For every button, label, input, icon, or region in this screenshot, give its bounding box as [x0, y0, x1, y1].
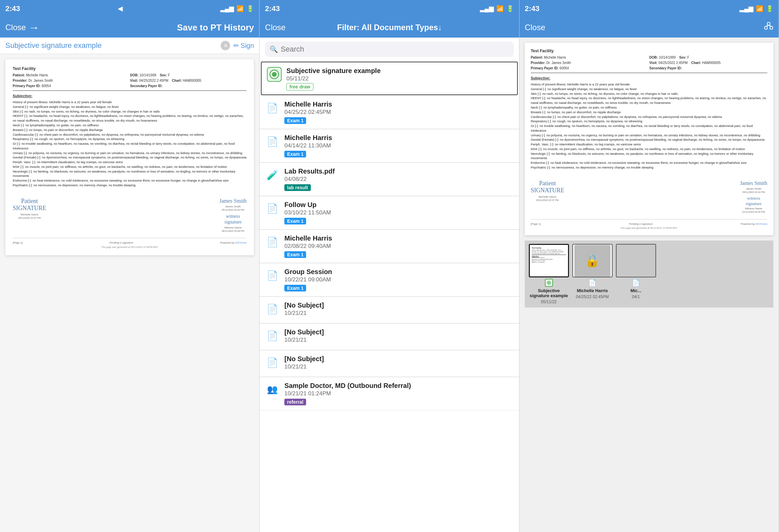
item-date-8: 10/21/21 — [284, 310, 514, 316]
search-input[interactable] — [281, 45, 509, 54]
item-body-3: Michelle Harris 04/14/22 11:30AM Exam 1 — [284, 134, 514, 158]
list-item[interactable]: 📄 Michelle Harris 04/25/22 02:45PM Exam … — [259, 96, 519, 129]
item-date-2: 04/25/22 02:45PM — [284, 109, 514, 116]
status-bar-panel2: 2:43 ▂▄▆ 📶 🔋 — [259, 0, 519, 17]
thumbnail-item-2[interactable]: 🔒 📄 Michelle Harris 04/25/22 02:45PM — [573, 244, 612, 299]
item-body-2: Michelle Harris 04/25/22 02:45PM Exam 1 — [284, 101, 514, 124]
list-item[interactable]: 👥 Sample Doctor, MD (Outbound Referral) … — [259, 377, 519, 410]
filter-label: Filter: All Document Types — [337, 23, 438, 32]
svg-rect-2 — [767, 22, 770, 25]
sign-button[interactable]: ✏ Sign — [233, 42, 254, 50]
exam-badge-6: Exam 1 — [284, 251, 306, 258]
doc-title-bar: Subjective signature example ✕ ✏ Sign — [0, 38, 259, 54]
witness-sig-text: witnesssignature — [219, 214, 246, 225]
witness-sig-name: Witness Name — [219, 226, 246, 230]
item-title-3: Michelle Harris — [284, 134, 514, 142]
item-date-7: 10/22/21 09:00AM — [284, 276, 514, 283]
secondary-payer-label: Secondary Payer ID: — [130, 84, 163, 88]
referral-badge: referral — [284, 399, 306, 405]
panel-document-view: 2:43 ▂▄▆ 📶 🔋 Close Test Facility Patient — [520, 0, 779, 532]
thumb-green-circle — [545, 279, 553, 287]
nav-bar-panel2: Close Filter: All Document Types↓ — [259, 17, 519, 38]
visit-label: Visit: — [130, 79, 138, 82]
footer-page-p3: [Page 1] — [531, 222, 541, 226]
save-to-pt-history-button[interactable]: Save to PT History — [177, 22, 254, 33]
share-button[interactable] — [764, 22, 773, 33]
list-item[interactable]: 📄 Follow Up 03/10/22 11:50AM Exam 1 — [259, 196, 519, 230]
signatures-area-p3: PatientSIGNATURE Michelle Harris 05/11/2… — [531, 177, 767, 214]
free-draw-badge: free draw — [286, 83, 313, 91]
item-date-5: 03/10/22 11:50AM — [284, 210, 514, 216]
footer-generated-p3: This page was generated at 05/11/2022 12… — [531, 227, 767, 230]
item-body-8: [No Subject] 10/21/21 — [284, 301, 514, 318]
footer-powered-p3: Powered by DrChrono — [741, 222, 767, 226]
thumbnail-item-3[interactable]: ... 📄 Mic... 04/1 — [616, 244, 656, 299]
list-item[interactable]: 📄 Michelle Harris 04/14/22 11:30AM Exam … — [259, 129, 519, 163]
thumb-red-doc-icon-3: 📄 — [632, 279, 640, 287]
time-panel2: 2:43 — [265, 4, 280, 13]
footer-page: [Page 1] — [13, 241, 23, 245]
thumb-date-3: 04/1 — [632, 294, 640, 299]
people-icon: 👥 — [265, 382, 280, 397]
doc-body-p3: History of present illness: Michelle Har… — [531, 82, 767, 170]
nav-bar-panel1: Close → Save to PT History — [0, 17, 259, 38]
status-icons-panel2: ▂▄▆ 📶 🔋 — [480, 5, 514, 12]
item-body-5: Follow Up 03/10/22 11:50AM Exam 1 — [284, 201, 514, 225]
battery-icon-p3: 🔋 — [766, 5, 773, 12]
red-doc-icon: 📄 — [265, 235, 280, 249]
svg-rect-4 — [770, 26, 773, 29]
list-item[interactable]: 📄 [No Subject] 10/21/21 — [259, 350, 519, 377]
red-doc-icon: 📄 — [265, 134, 280, 149]
list-item[interactable]: Subjective signature example 05/11/22 fr… — [261, 62, 518, 95]
wifi-icon: 📶 — [236, 5, 244, 12]
doc-footer-panel1: [Page 1] Pending e-signature Powered by … — [13, 238, 246, 245]
dob-label: DOB: — [130, 73, 139, 77]
item-body-4: Lab Results.pdf 04/08/22 lab result — [284, 168, 514, 191]
item-body-1: Subjective signature example 05/11/22 fr… — [286, 67, 512, 90]
provider-sig-name: James Smith — [219, 205, 246, 209]
visit-value: 04/25/2022 2:45PM — [139, 79, 168, 82]
doc-area-panel3[interactable]: Test Facility Patient: Michelle Harris D… — [520, 38, 779, 532]
close-button-panel3[interactable]: Close — [525, 23, 545, 32]
list-item[interactable]: 📄 Michelle Harris 02/08/22 09:40AM Exam … — [259, 230, 519, 263]
filter-arrow-icon: ↓ — [438, 23, 442, 32]
item-body-11: Sample Doctor, MD (Outbound Referral) 10… — [284, 382, 514, 405]
thumb-icon-row-1 — [545, 279, 553, 287]
doc-title: Subjective signature example — [5, 41, 217, 50]
doc-body: History of present illness: Michelle Har… — [13, 100, 246, 188]
battery-icon-p2: 🔋 — [506, 5, 514, 12]
list-item[interactable]: 🧪 Lab Results.pdf 04/08/22 lab result — [259, 163, 519, 196]
thumbnail-item-1[interactable]: Test Facility Patient: Michelle Harris D… — [529, 244, 569, 304]
list-item[interactable]: 📄 [No Subject] 10/21/21 — [259, 323, 519, 350]
doc-content-panel1[interactable]: Test Facility Patient: Michelle Harris D… — [0, 54, 259, 532]
status-bar-panel3: 2:43 ▂▄▆ 📶 🔋 — [520, 0, 779, 17]
chart-label: Chart: — [172, 79, 182, 82]
provider-sig-date: 05/11/2022 02:42 PM — [219, 209, 246, 212]
item-title-9: [No Subject] — [284, 328, 514, 336]
location-icon: ◀ — [118, 5, 123, 12]
status-bar-panel1: 2:43 ◀ ▂▄▆ 📶 🔋 — [0, 0, 259, 17]
thumb-icon-row-3: 📄 — [632, 279, 640, 287]
clear-title-button[interactable]: ✕ — [221, 41, 230, 50]
signatures-area: PatientSIGNATURE Michelle Harris 05/11/2… — [13, 194, 246, 233]
svg-line-6 — [769, 25, 771, 26]
item-date-9: 10/21/21 — [284, 337, 514, 343]
close-button-panel2[interactable]: Close — [265, 23, 285, 32]
section-title-p3: Subjective: — [531, 76, 767, 81]
status-icons-panel1: ▂▄▆ 📶 🔋 — [220, 5, 254, 12]
doc-paper-panel3: Test Facility Patient: Michelle Harris D… — [525, 43, 773, 235]
footer-pending: Pending e-signature — [110, 241, 134, 245]
item-body-9: [No Subject] 10/21/21 — [284, 328, 514, 345]
provider-name: Dr. James Smith — [28, 79, 53, 82]
search-bar[interactable]: 🔍 — [265, 42, 514, 57]
footer-pending-p3: Pending e-signature — [628, 222, 653, 226]
list-item[interactable]: 📄 Group Session 10/22/21 09:00AM Exam 1 — [259, 263, 519, 296]
close-button-panel1[interactable]: Close — [5, 23, 26, 32]
exam-badge-3: Exam 1 — [284, 151, 306, 158]
list-item[interactable]: 📄 [No Subject] 10/21/21 — [259, 297, 519, 323]
status-icons-panel3: ▂▄▆ 📶 🔋 — [739, 5, 773, 12]
item-date-3: 04/14/22 11:30AM — [284, 142, 514, 149]
footer-generated: This page was generated at 05/11/2022 12… — [13, 246, 246, 249]
primary-payer-label: Primary Payer ID: — [13, 84, 41, 88]
item-body-6: Michelle Harris 02/08/22 09:40AM Exam 1 — [284, 235, 514, 258]
